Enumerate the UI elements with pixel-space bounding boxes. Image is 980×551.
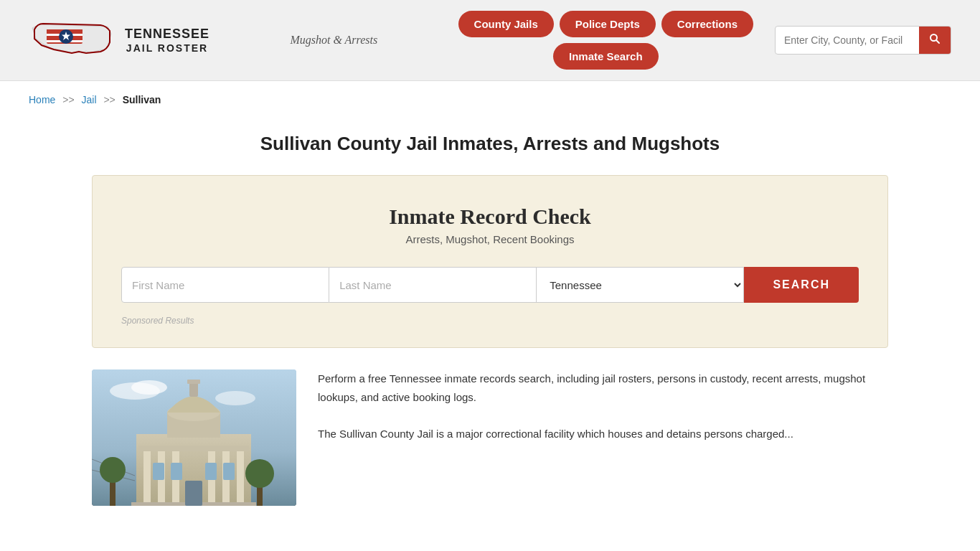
- svg-rect-29: [223, 463, 235, 480]
- svg-point-36: [100, 457, 126, 483]
- svg-rect-27: [171, 463, 182, 480]
- last-name-input[interactable]: [329, 267, 537, 303]
- svg-rect-17: [187, 380, 200, 384]
- nav-corrections[interactable]: Corrections: [661, 11, 753, 37]
- search-icon: [929, 33, 941, 44]
- breadcrumb: Home >> Jail >> Sullivan: [0, 81, 980, 118]
- logo-area: TENNESSEE JAIL ROSTER: [29, 14, 209, 67]
- nav-inmate-search[interactable]: Inmate Search: [553, 43, 659, 70]
- svg-point-12: [215, 391, 255, 405]
- breadcrumb-jail[interactable]: Jail: [82, 94, 97, 105]
- site-header: TENNESSEE JAIL ROSTER Mugshot & Arrests …: [0, 0, 980, 81]
- site-title-text: TENNESSEE JAIL ROSTER: [125, 27, 209, 54]
- tagline: Mugshot & Arrests: [290, 34, 377, 47]
- header-search-button[interactable]: [919, 27, 951, 54]
- svg-point-11: [131, 380, 167, 395]
- logo-line2: JAIL ROSTER: [125, 42, 209, 54]
- record-check-box: Inmate Record Check Arrests, Mugshot, Re…: [92, 175, 888, 348]
- logo-line1: TENNESSEE: [125, 27, 209, 42]
- page-title: Sullivan County Jail Inmates, Arrests an…: [29, 133, 951, 155]
- svg-rect-30: [185, 481, 202, 506]
- svg-rect-24: [138, 446, 249, 451]
- building-illustration-icon: [92, 369, 296, 506]
- breadcrumb-current: Sullivan: [123, 94, 161, 105]
- main-nav: County Jails Police Depts Corrections In…: [458, 11, 753, 70]
- svg-rect-28: [205, 463, 217, 480]
- breadcrumb-sep1: >>: [62, 94, 74, 105]
- building-image: [92, 369, 296, 506]
- nav-county-jails[interactable]: County Jails: [458, 11, 554, 37]
- header-search-area: [775, 26, 951, 55]
- svg-rect-23: [237, 448, 244, 506]
- breadcrumb-sep2: >>: [103, 94, 115, 105]
- first-name-input[interactable]: [121, 267, 329, 303]
- svg-rect-26: [153, 463, 164, 480]
- main-content: Sullivan County Jail Inmates, Arrests an…: [0, 118, 980, 534]
- state-select[interactable]: Tennessee Alabama Alaska Arizona Arkansa…: [537, 267, 744, 303]
- nav-row-bottom: Inmate Search: [553, 43, 659, 70]
- header-search-input[interactable]: [776, 29, 919, 52]
- tennessee-logo-icon: [29, 14, 115, 67]
- bottom-section: Perform a free Tennessee inmate records …: [92, 369, 888, 506]
- inmate-search-form: Tennessee Alabama Alaska Arizona Arkansa…: [121, 267, 859, 303]
- nav-row-top: County Jails Police Depts Corrections: [458, 11, 753, 37]
- record-check-title: Inmate Record Check: [121, 204, 859, 229]
- description-para1: Perform a free Tennessee inmate records …: [318, 369, 888, 406]
- record-check-subtitle: Arrests, Mugshot, Recent Bookings: [121, 233, 859, 245]
- inmate-search-button[interactable]: SEARCH: [744, 267, 859, 303]
- svg-rect-16: [189, 382, 198, 397]
- svg-point-34: [245, 459, 274, 488]
- breadcrumb-home[interactable]: Home: [29, 94, 55, 105]
- description-para2: The Sullivan County Jail is a major corr…: [318, 425, 888, 443]
- svg-rect-18: [143, 448, 151, 506]
- description-area: Perform a free Tennessee inmate records …: [318, 369, 888, 506]
- svg-line-8: [936, 40, 939, 43]
- header-center: Mugshot & Arrests: [290, 34, 377, 47]
- nav-police-depts[interactable]: Police Depts: [560, 11, 656, 37]
- sponsored-label: Sponsored Results: [121, 316, 859, 326]
